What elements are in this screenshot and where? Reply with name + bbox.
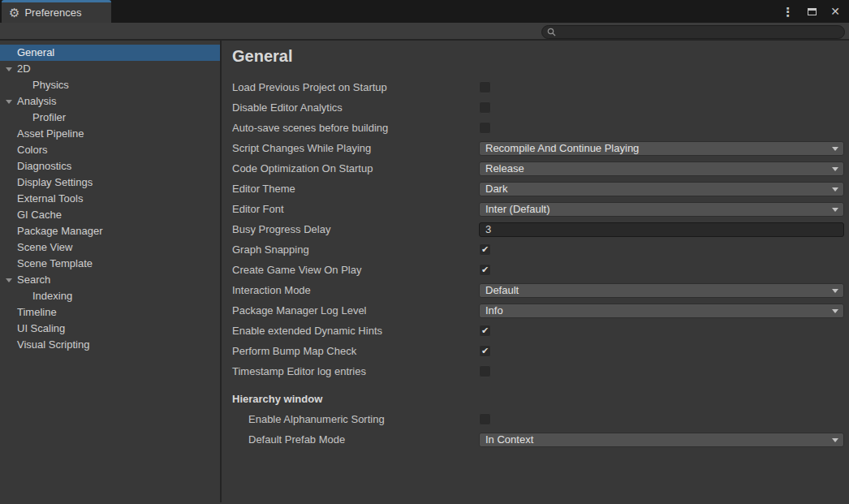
sidebar-item-asset-pipeline[interactable]: Asset Pipeline [0,126,220,142]
sidebar-item-analysis[interactable]: Analysis [0,93,220,110]
setting-label: Editor Theme [232,183,479,195]
settings-row: Default Prefab ModeIn Context [232,429,844,450]
sidebar-item-label: Search [17,274,50,286]
dropdown-value: Info [485,304,503,317]
sidebar-item-timeline[interactable]: Timeline [0,304,220,321]
setting-control [479,122,844,134]
setting-control: Inter (Default) [479,202,844,217]
checkmark-icon: ✔ [481,347,489,355]
setting-label: Script Changes While Playing [232,142,479,154]
sidebar-item-indexing[interactable]: Indexing [0,288,220,304]
settings-row: Create Game View On Play✔ [232,260,844,280]
setting-control: Release [479,162,844,176]
sidebar-item-label: Indexing [32,290,72,302]
checkbox[interactable] [479,122,491,134]
sidebar-item-label: Analysis [17,95,56,107]
setting-control: Dark [479,182,844,196]
sidebar-item-label: Timeline [17,306,57,318]
sidebar-item-label: 2D [17,62,31,75]
sidebar-item-package-manager[interactable]: Package Manager [0,223,220,239]
checkbox[interactable]: ✔ [479,264,491,276]
setting-label: Auto-save scenes before building [232,122,479,134]
setting-control: Default [479,283,844,298]
sidebar-item-ui-scaling[interactable]: UI Scaling [0,321,220,337]
checkbox[interactable] [479,413,491,425]
sidebar-item-label: Asset Pipeline [17,127,84,140]
toolbar [0,23,849,41]
setting-control: ✔ [479,325,844,337]
page-title: General [232,47,844,66]
settings-row: Disable Editor Analytics [232,97,844,118]
setting-control [479,365,844,377]
checkbox[interactable] [479,101,491,114]
sidebar-item-label: UI Scaling [17,322,65,334]
sidebar-item-label: GI Cache [17,209,62,221]
checkbox[interactable]: ✔ [479,325,491,337]
setting-label: Graph Snapping [232,243,479,256]
gear-icon: ⚙ [9,6,19,19]
sidebar-item-diagnostics[interactable]: Diagnostics [0,158,220,174]
setting-label: Interaction Mode [232,284,479,296]
sidebar-item-profiler[interactable]: Profiler [0,110,220,126]
dropdown[interactable]: Dark [479,182,844,196]
title-bar: ⚙ Preferences ⋮ ✕ [0,0,849,23]
checkmark-icon: ✔ [481,265,489,274]
search-icon [547,28,556,37]
checkmark-icon: ✔ [481,326,489,335]
text-field[interactable]: 3 [479,222,844,237]
setting-label: Editor Font [232,203,479,215]
kebab-menu-icon[interactable]: ⋮ [782,6,794,18]
dropdown[interactable]: Recompile And Continue Playing [479,141,844,156]
setting-control: In Context [479,433,844,447]
sidebar-item-label: Colors [17,144,48,156]
search-box[interactable] [541,25,845,39]
checkbox[interactable]: ✔ [479,345,491,357]
sidebar-item-scene-template[interactable]: Scene Template [0,256,220,272]
sidebar-item-physics[interactable]: Physics [0,77,220,93]
dropdown-value: In Context [485,433,533,446]
content-area: General2DPhysicsAnalysisProfilerAsset Pi… [0,41,849,502]
dropdown[interactable]: Default [479,283,844,298]
sidebar-item-general[interactable]: General [0,45,220,61]
dropdown[interactable]: Inter (Default) [479,202,844,217]
sidebar-item-scene-view[interactable]: Scene View [0,239,220,256]
settings-row: Enable Alphanumeric Sorting [232,409,844,429]
dropdown-value: Dark [485,183,507,195]
dropdown[interactable]: In Context [479,433,844,447]
sidebar-item-display-settings[interactable]: Display Settings [0,174,220,191]
setting-control: Recompile And Continue Playing [479,141,844,156]
checkbox[interactable] [479,365,491,377]
foldout-arrow-icon[interactable] [6,100,12,104]
window-title: Preferences [24,6,81,19]
checkbox[interactable] [479,81,491,93]
tab-preferences[interactable]: ⚙ Preferences [2,0,111,23]
sidebar-item-external-tools[interactable]: External Tools [0,191,220,207]
search-input[interactable] [559,26,844,38]
foldout-arrow-icon[interactable] [6,67,12,71]
sidebar: General2DPhysicsAnalysisProfilerAsset Pi… [0,41,222,502]
sidebar-item-colors[interactable]: Colors [0,142,220,158]
dropdown[interactable]: Release [479,162,844,176]
dropdown-value: Recompile And Continue Playing [485,142,639,154]
setting-label: Code Optimization On Startup [232,162,479,174]
settings-row: Script Changes While PlayingRecompile An… [232,138,844,158]
settings-row: Graph Snapping✔ [232,239,844,260]
setting-control [479,101,844,114]
setting-label: Busy Progress Delay [232,223,479,235]
window-controls: ⋮ ✕ [782,0,840,23]
sidebar-item-2d[interactable]: 2D [0,61,220,77]
foldout-arrow-icon[interactable] [6,278,12,282]
setting-control: ✔ [479,243,844,256]
checkbox[interactable]: ✔ [479,243,491,256]
sidebar-item-search[interactable]: Search [0,272,220,288]
setting-control: Info [479,304,844,318]
close-icon[interactable]: ✕ [830,6,840,17]
maximize-icon[interactable] [808,8,817,15]
setting-control: ✔ [479,264,844,276]
main-panel: General Load Previous Project on Startup… [222,41,849,502]
sidebar-item-visual-scripting[interactable]: Visual Scripting [0,337,220,353]
dropdown[interactable]: Info [479,304,844,318]
settings-row: Package Manager Log LevelInfo [232,300,844,321]
setting-label: Default Prefab Mode [232,433,479,446]
sidebar-item-gi-cache[interactable]: GI Cache [0,207,220,223]
